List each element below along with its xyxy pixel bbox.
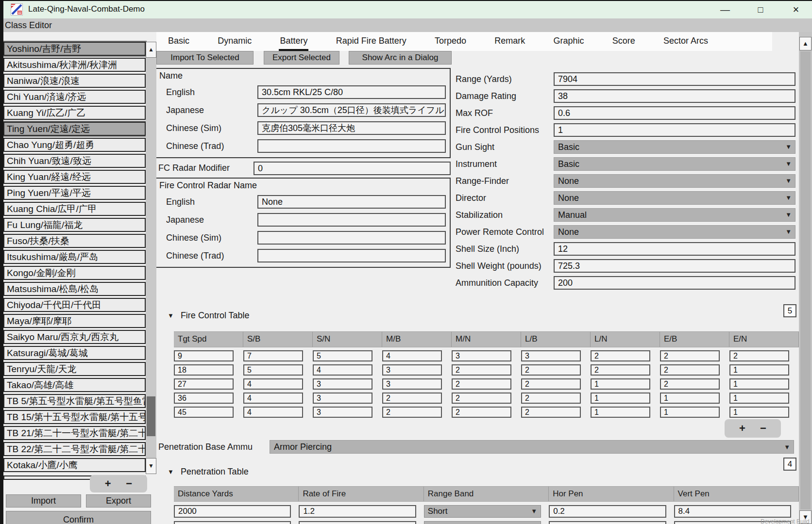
cell-input[interactable]: 4 bbox=[313, 364, 372, 376]
tab-basic[interactable]: Basic bbox=[167, 32, 190, 51]
text-input[interactable]: 30.5cm RKL/25 C/80 bbox=[257, 85, 446, 99]
cell-input[interactable]: 1 bbox=[729, 407, 789, 418]
cell-input[interactable]: 2 bbox=[729, 350, 789, 361]
cell-input[interactable]: 1 bbox=[729, 378, 789, 390]
cell-input[interactable]: 1 bbox=[591, 378, 650, 390]
ship-list-item[interactable]: Saikyo Maru/西京丸/西京丸 bbox=[3, 330, 146, 344]
text-input[interactable]: None bbox=[257, 195, 446, 209]
cell-input[interactable]: 8.4 bbox=[674, 505, 791, 518]
dropdown-power-remote-control[interactable]: None▼ bbox=[554, 225, 795, 239]
dropdown-range-finder[interactable]: None▼ bbox=[554, 174, 795, 188]
cell-input[interactable]: 3 bbox=[452, 350, 511, 361]
ship-list-item[interactable]: Kuang Yi/広乙/广乙 bbox=[3, 106, 146, 120]
cell-input[interactable]: 1 bbox=[729, 364, 789, 376]
ship-list-item[interactable]: Ping Yuen/平遠/平远 bbox=[3, 186, 146, 200]
export-button[interactable]: Export bbox=[86, 494, 151, 508]
cell-input[interactable]: 45 bbox=[174, 407, 234, 418]
cell-input[interactable]: 3 bbox=[313, 393, 372, 404]
text-input[interactable] bbox=[257, 139, 446, 153]
cell-input[interactable]: 2 bbox=[660, 378, 720, 390]
text-input[interactable]: 200 bbox=[554, 276, 795, 290]
sidebar-scroll-up-icon[interactable]: ▲ bbox=[146, 42, 156, 58]
cell-input[interactable]: 1 bbox=[660, 407, 720, 418]
fire-control-table-header[interactable]: ▼ Fire Control Table bbox=[168, 311, 250, 321]
tab-torpedo[interactable]: Torpedo bbox=[434, 32, 467, 51]
ship-list-item[interactable]: Naniwa/浪速/浪速 bbox=[3, 74, 146, 88]
cell-input[interactable]: 36 bbox=[174, 393, 234, 404]
sidebar-scrollbar[interactable]: ▲ ▼ bbox=[146, 42, 156, 474]
cell-input[interactable]: 0.5 bbox=[549, 521, 666, 524]
range-band-dropdown[interactable]: Short▼ bbox=[424, 505, 541, 518]
dropdown-director[interactable]: None▼ bbox=[554, 191, 795, 205]
ship-list-item[interactable]: Ting Yuen/定遠/定远 bbox=[3, 122, 146, 136]
ship-list-item[interactable]: Yoshino/吉野/吉野 bbox=[3, 42, 146, 56]
tab-sector-arcs[interactable]: Sector Arcs bbox=[662, 32, 709, 51]
text-input[interactable]: 克虏伯305毫米口径大炮 bbox=[257, 121, 446, 135]
dropdown-gun-sight[interactable]: Basic▼ bbox=[554, 140, 795, 154]
text-input[interactable]: 12 bbox=[554, 242, 795, 256]
confirm-button[interactable]: Confirm bbox=[6, 511, 151, 524]
cell-input[interactable]: 0.2 bbox=[549, 505, 666, 518]
remove-ship-button[interactable]: − bbox=[126, 477, 132, 490]
main-scrollbar[interactable]: ▲ ▼ bbox=[799, 32, 812, 524]
cell-input[interactable]: 4 bbox=[382, 350, 442, 361]
cell-input[interactable]: 4 bbox=[243, 378, 303, 390]
ship-list-item[interactable]: TB 22/第二十二号型水雷艇/第二十二 bbox=[3, 442, 146, 456]
cell-input[interactable]: 2 bbox=[452, 364, 511, 376]
import-button[interactable]: Import bbox=[6, 494, 81, 508]
export-selected-button[interactable]: Export Selected bbox=[264, 51, 339, 65]
cell-input[interactable]: 2 bbox=[521, 378, 581, 390]
ship-list-item[interactable]: Kuang Chia/広甲/广甲 bbox=[3, 202, 146, 216]
sidebar-scrollbar-thumb[interactable] bbox=[147, 396, 155, 436]
cell-input[interactable]: 1.2 bbox=[299, 505, 416, 518]
cell-input[interactable]: 3 bbox=[313, 407, 372, 418]
text-input[interactable]: 1 bbox=[554, 123, 795, 137]
cell-input[interactable]: 9 bbox=[174, 350, 234, 361]
fc-radar-modifier-input[interactable]: 0 bbox=[254, 162, 451, 175]
ship-list-item[interactable]: Kotaka/小鷹/小鹰 bbox=[3, 458, 146, 472]
cell-input[interactable]: 7 bbox=[243, 350, 303, 361]
cell-input[interactable]: 3 bbox=[313, 378, 372, 390]
text-input[interactable]: 725.3 bbox=[554, 259, 795, 273]
ship-list-item[interactable]: TB 5/第五号型水雷艇/第五号型鱼雷艇 bbox=[3, 394, 146, 408]
add-ship-button[interactable]: + bbox=[105, 477, 111, 490]
cell-input[interactable]: 18 bbox=[174, 364, 234, 376]
cell-input[interactable]: 2 bbox=[521, 364, 581, 376]
text-input[interactable] bbox=[257, 213, 446, 227]
cell-input[interactable]: 2 bbox=[382, 407, 442, 418]
tab-graphic[interactable]: Graphic bbox=[552, 32, 585, 51]
import-to-selected-button[interactable]: Import To Selected bbox=[156, 51, 254, 65]
cell-input[interactable]: 1 bbox=[729, 393, 789, 404]
cell-input[interactable]: 5 bbox=[243, 364, 303, 376]
cell-input[interactable]: 3 bbox=[521, 350, 581, 361]
cell-input[interactable]: 2 bbox=[452, 407, 511, 418]
text-input[interactable] bbox=[257, 231, 446, 245]
cell-input[interactable]: 3 bbox=[382, 364, 442, 376]
cell-input[interactable]: 27 bbox=[174, 378, 234, 390]
cell-input[interactable]: 4 bbox=[243, 393, 303, 404]
fc-table-row-count[interactable]: 5 bbox=[783, 304, 796, 317]
cell-input[interactable]: 2 bbox=[452, 393, 511, 404]
text-input[interactable] bbox=[257, 249, 446, 262]
dropdown-instrument[interactable]: Basic▼ bbox=[554, 157, 795, 171]
ship-list-item[interactable]: Kongo/金剛/金刚 bbox=[3, 266, 146, 280]
ship-list-item[interactable]: King Yuan/経遠/经远 bbox=[3, 170, 146, 184]
tab-dynamic[interactable]: Dynamic bbox=[217, 32, 253, 51]
add-row-button[interactable]: + bbox=[739, 422, 745, 435]
cell-input[interactable]: 2 bbox=[591, 364, 650, 376]
sidebar-scroll-down-icon[interactable]: ▼ bbox=[146, 458, 156, 474]
cell-input[interactable]: 3 bbox=[382, 378, 442, 390]
penetration-table-header[interactable]: ▼ Penetration Table bbox=[168, 467, 249, 477]
ship-list-item[interactable]: Tenryu/天龍/天龙 bbox=[3, 362, 146, 376]
main-scroll-up-icon[interactable]: ▲ bbox=[799, 37, 812, 50]
cell-input[interactable]: 1.2 bbox=[299, 521, 416, 524]
penetration-base-ammo-dropdown[interactable]: Armor Piercing ▼ bbox=[270, 440, 794, 454]
minimize-button[interactable]: — bbox=[717, 3, 733, 16]
range-band-dropdown[interactable]: Short▼ bbox=[424, 521, 541, 524]
cell-input[interactable]: 2 bbox=[660, 364, 720, 376]
text-input[interactable]: 7904 bbox=[554, 72, 795, 86]
cell-input[interactable]: 2 bbox=[660, 350, 720, 361]
tab-rapid-fire-battery[interactable]: Rapid Fire Battery bbox=[335, 32, 407, 51]
ship-list-item[interactable]: Chi Yuan/済遠/济远 bbox=[3, 90, 146, 104]
cell-input[interactable]: 4000 bbox=[174, 521, 291, 524]
